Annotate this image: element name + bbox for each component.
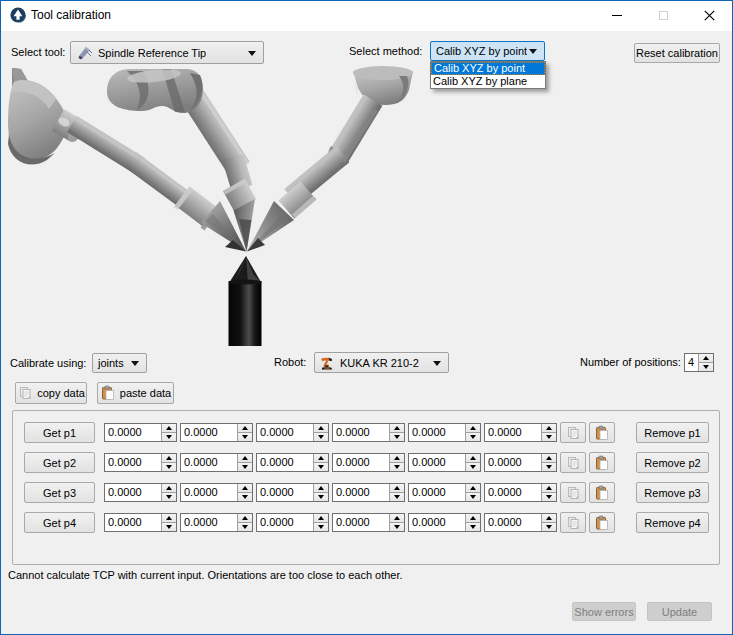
p2-value-2-spinbox[interactable]: 0.0000 [180, 453, 253, 472]
p2-value-1-spinbox[interactable]: 0.0000 [104, 453, 177, 472]
get-p1-button[interactable]: Get p1 [24, 422, 95, 443]
spin-up-button[interactable] [238, 454, 252, 463]
p4-value-1-spinbox[interactable]: 0.0000 [104, 513, 177, 532]
copy-p4-button[interactable] [560, 512, 586, 533]
spin-up-button[interactable] [466, 454, 480, 463]
spin-up-button[interactable] [542, 454, 556, 463]
p2-value-6-spinbox[interactable]: 0.0000 [484, 453, 557, 472]
spin-down-button[interactable] [466, 463, 480, 471]
spin-up-button[interactable] [542, 424, 556, 433]
remove-p4-button[interactable]: Remove p4 [636, 512, 709, 533]
spin-up-button[interactable] [390, 484, 404, 493]
spin-down-button[interactable] [162, 523, 176, 531]
spin-down-button[interactable] [238, 493, 252, 501]
spin-up-button[interactable] [466, 514, 480, 523]
spin-up-button[interactable] [390, 454, 404, 463]
spin-down-button[interactable] [238, 463, 252, 471]
remove-p1-button[interactable]: Remove p1 [636, 422, 709, 443]
p2-value-4-spinbox[interactable]: 0.0000 [332, 453, 405, 472]
spin-down-button[interactable] [162, 493, 176, 501]
paste-data-button[interactable]: paste data [97, 382, 174, 404]
spin-down-button[interactable] [314, 523, 328, 531]
remove-p3-button[interactable]: Remove p3 [636, 482, 709, 503]
spin-down-button[interactable] [314, 493, 328, 501]
copy-data-button[interactable]: copy data [15, 382, 87, 404]
spin-down-button[interactable] [390, 523, 404, 531]
copy-p2-button[interactable] [560, 452, 586, 473]
maximize-button[interactable] [640, 0, 686, 30]
paste-p4-button[interactable] [589, 512, 615, 533]
minimize-button[interactable] [594, 0, 640, 30]
select-tool-combobox[interactable]: Spindle Reference Tip [70, 41, 264, 64]
p3-value-1-spinbox[interactable]: 0.0000 [104, 483, 177, 502]
robot-combobox[interactable]: KUKA KR 210-2 [314, 352, 449, 373]
p1-value-3-spinbox[interactable]: 0.0000 [256, 423, 329, 442]
spin-down-button[interactable] [390, 493, 404, 501]
spin-down-button[interactable] [542, 523, 556, 531]
spin-up-button[interactable] [699, 354, 713, 363]
spin-down-button[interactable] [390, 463, 404, 471]
spin-down-button[interactable] [314, 433, 328, 441]
spin-down-button[interactable] [542, 433, 556, 441]
p1-value-1-spinbox[interactable]: 0.0000 [104, 423, 177, 442]
spin-up-button[interactable] [162, 484, 176, 493]
spin-up-button[interactable] [162, 454, 176, 463]
p3-value-2-spinbox[interactable]: 0.0000 [180, 483, 253, 502]
get-p2-button[interactable]: Get p2 [24, 452, 95, 473]
number-of-positions-spinner[interactable]: 4 [684, 353, 714, 372]
close-button[interactable] [686, 0, 732, 30]
p1-value-5-spinbox[interactable]: 0.0000 [408, 423, 481, 442]
p4-value-6-spinbox[interactable]: 0.0000 [484, 513, 557, 532]
copy-p1-button[interactable] [560, 422, 586, 443]
p1-value-2-spinbox[interactable]: 0.0000 [180, 423, 253, 442]
p4-value-5-spinbox[interactable]: 0.0000 [408, 513, 481, 532]
p4-value-2-spinbox[interactable]: 0.0000 [180, 513, 253, 532]
paste-p1-button[interactable] [589, 422, 615, 443]
spin-up-button[interactable] [390, 514, 404, 523]
spin-down-button[interactable] [238, 523, 252, 531]
spin-down-button[interactable] [542, 463, 556, 471]
reset-calibration-button[interactable]: Reset calibration [634, 43, 720, 63]
paste-p3-button[interactable] [589, 482, 615, 503]
spin-down-button[interactable] [162, 463, 176, 471]
p1-value-4-spinbox[interactable]: 0.0000 [332, 423, 405, 442]
update-button[interactable]: Update [647, 602, 712, 621]
show-errors-button[interactable]: Show errors [572, 602, 636, 621]
remove-p2-button[interactable]: Remove p2 [636, 452, 709, 473]
spin-down-button[interactable] [466, 523, 480, 531]
spin-down-button[interactable] [162, 433, 176, 441]
p3-value-5-spinbox[interactable]: 0.0000 [408, 483, 481, 502]
spin-up-button[interactable] [314, 514, 328, 523]
spin-down-button[interactable] [542, 493, 556, 501]
spin-up-button[interactable] [238, 514, 252, 523]
spin-up-button[interactable] [162, 514, 176, 523]
dropdown-option-calib-xyz-by-plane[interactable]: Calib XYZ by plane [431, 75, 545, 88]
p2-value-3-spinbox[interactable]: 0.0000 [256, 453, 329, 472]
p4-value-4-spinbox[interactable]: 0.0000 [332, 513, 405, 532]
spin-down-button[interactable] [699, 363, 713, 371]
paste-p2-button[interactable] [589, 452, 615, 473]
spin-up-button[interactable] [314, 454, 328, 463]
spin-up-button[interactable] [314, 424, 328, 433]
copy-p3-button[interactable] [560, 482, 586, 503]
spin-down-button[interactable] [466, 433, 480, 441]
calibrate-using-combobox[interactable]: joints [92, 353, 147, 373]
spin-down-button[interactable] [314, 463, 328, 471]
p3-value-3-spinbox[interactable]: 0.0000 [256, 483, 329, 502]
p3-value-4-spinbox[interactable]: 0.0000 [332, 483, 405, 502]
spin-down-button[interactable] [390, 433, 404, 441]
spin-up-button[interactable] [238, 424, 252, 433]
spin-up-button[interactable] [238, 484, 252, 493]
get-p3-button[interactable]: Get p3 [24, 482, 95, 503]
spin-up-button[interactable] [390, 424, 404, 433]
p3-value-6-spinbox[interactable]: 0.0000 [484, 483, 557, 502]
viewport-3d[interactable] [1, 64, 732, 346]
spin-up-button[interactable] [542, 514, 556, 523]
spin-down-button[interactable] [466, 493, 480, 501]
dropdown-option-calib-xyz-by-point[interactable]: Calib XYZ by point [431, 62, 545, 75]
spin-up-button[interactable] [466, 484, 480, 493]
titlebar[interactable]: Tool calibration [0, 0, 733, 31]
p4-value-3-spinbox[interactable]: 0.0000 [256, 513, 329, 532]
p1-value-6-spinbox[interactable]: 0.0000 [484, 423, 557, 442]
spin-up-button[interactable] [314, 484, 328, 493]
